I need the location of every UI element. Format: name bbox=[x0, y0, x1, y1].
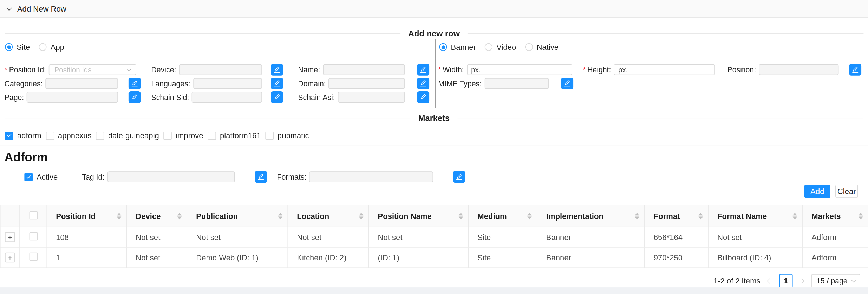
position-input[interactable] bbox=[759, 64, 838, 75]
radio-native[interactable]: Native bbox=[525, 42, 559, 51]
row-checkbox[interactable] bbox=[29, 253, 38, 261]
market-checkbox-adform[interactable]: adform bbox=[5, 131, 41, 140]
radio-icon bbox=[525, 43, 533, 51]
page-size-select[interactable]: 15 / page bbox=[811, 274, 860, 287]
prev-page-button[interactable] bbox=[765, 279, 774, 283]
next-page-button[interactable] bbox=[797, 279, 806, 283]
schain-sid-input[interactable] bbox=[192, 92, 262, 103]
device-input[interactable] bbox=[179, 64, 262, 75]
device-label: Device: bbox=[151, 66, 176, 74]
market-appnexus-label: appnexus bbox=[58, 131, 92, 140]
column-header-publication[interactable]: Publication bbox=[187, 205, 288, 227]
cell-device: Not set bbox=[126, 247, 187, 268]
name-input[interactable] bbox=[323, 64, 405, 75]
formats-input[interactable] bbox=[309, 171, 433, 182]
pagination: 1-2 of 2 items 1 15 / page bbox=[713, 274, 860, 287]
languages-edit-button[interactable] bbox=[271, 78, 283, 90]
market-checkbox-dale-guineapig[interactable]: dale-guineapig bbox=[96, 131, 159, 140]
market-checkbox-improve[interactable]: improve bbox=[163, 131, 203, 140]
expand-cell: + bbox=[0, 227, 20, 247]
edit-icon bbox=[131, 94, 138, 101]
chevron-down-icon bbox=[6, 5, 12, 11]
row-checkbox[interactable] bbox=[29, 232, 38, 241]
select-all-checkbox[interactable] bbox=[29, 211, 38, 219]
pagination-total: 1-2 of 2 items bbox=[713, 276, 761, 285]
column-header-format-name[interactable]: Format Name bbox=[708, 205, 802, 227]
sort-icon bbox=[459, 213, 463, 219]
checkbox-icon bbox=[96, 131, 104, 140]
column-header-location[interactable]: Location bbox=[288, 205, 368, 227]
field-page: Page: bbox=[5, 92, 118, 103]
domain-input[interactable] bbox=[329, 78, 405, 89]
divider-add-new-row: Add new row bbox=[5, 29, 864, 38]
edit-icon bbox=[420, 66, 426, 73]
page-size-value: 15 / page bbox=[816, 276, 848, 285]
tag-id-label: Tag Id: bbox=[82, 173, 104, 181]
position-edit-button[interactable] bbox=[849, 64, 861, 76]
radio-video[interactable]: Video bbox=[485, 42, 516, 51]
edit-icon bbox=[274, 80, 280, 87]
column-header-markets[interactable]: Markets bbox=[802, 205, 868, 227]
edit-icon bbox=[274, 94, 280, 101]
page-number-button[interactable]: 1 bbox=[779, 274, 792, 287]
radio-banner[interactable]: Banner bbox=[439, 42, 476, 51]
cell-markets: Adform bbox=[802, 227, 868, 247]
edit-icon bbox=[456, 174, 463, 180]
table-header-row: Position Id Device Publication Location … bbox=[0, 205, 868, 227]
tag-id-edit-button[interactable] bbox=[255, 171, 267, 183]
market-platform161-label: platform161 bbox=[220, 131, 261, 140]
column-header-implementation[interactable]: Implementation bbox=[537, 205, 645, 227]
row-select-cell bbox=[20, 227, 47, 247]
market-checkbox-pubmatic[interactable]: pubmatic bbox=[265, 131, 309, 140]
edit-icon bbox=[131, 80, 138, 87]
schain-asi-edit-button[interactable] bbox=[417, 91, 429, 103]
height-label: *Height: bbox=[583, 66, 611, 74]
page-edit-button[interactable] bbox=[129, 91, 141, 103]
column-header-device[interactable]: Device bbox=[126, 205, 187, 227]
height-input[interactable] bbox=[614, 64, 715, 75]
mime-types-edit-button[interactable] bbox=[561, 78, 573, 90]
column-header-medium[interactable]: Medium bbox=[468, 205, 537, 227]
market-checkbox-appnexus[interactable]: appnexus bbox=[46, 131, 91, 140]
field-height: *Height: bbox=[583, 64, 715, 75]
categories-edit-button[interactable] bbox=[129, 78, 141, 90]
schain-asi-input[interactable] bbox=[338, 92, 405, 103]
domain-edit-button[interactable] bbox=[417, 78, 429, 90]
clear-button[interactable]: Clear bbox=[835, 185, 858, 198]
mime-types-input[interactable] bbox=[484, 78, 549, 89]
field-languages: Languages: bbox=[151, 78, 262, 89]
sort-icon bbox=[359, 213, 364, 219]
page-input[interactable] bbox=[27, 92, 118, 103]
formats-edit-button[interactable] bbox=[453, 171, 465, 183]
market-checkbox-platform161[interactable]: platform161 bbox=[208, 131, 261, 140]
adform-active-checkbox[interactable]: Active bbox=[24, 172, 58, 181]
column-header-format[interactable]: Format bbox=[645, 205, 708, 227]
position-id-select[interactable]: Position Ids bbox=[49, 64, 136, 75]
required-marker: * bbox=[583, 66, 586, 74]
add-button[interactable]: Add bbox=[804, 185, 830, 198]
field-position-id: *Position Id: Position Ids bbox=[5, 64, 136, 75]
expand-row-button[interactable]: + bbox=[5, 232, 15, 242]
sort-icon bbox=[793, 213, 797, 219]
languages-input[interactable] bbox=[193, 78, 262, 89]
inventory-type-radio-group: Site App bbox=[5, 42, 73, 51]
positions-table: Position Id Device Publication Location … bbox=[0, 205, 868, 268]
edit-icon bbox=[420, 94, 426, 101]
expand-row-button[interactable]: + bbox=[5, 253, 15, 262]
tag-id-input[interactable] bbox=[107, 171, 235, 182]
cell-publication: Demo Web (ID: 1) bbox=[187, 247, 288, 268]
schain-sid-edit-button[interactable] bbox=[271, 91, 283, 103]
column-header-position-name[interactable]: Position Name bbox=[368, 205, 468, 227]
name-edit-button[interactable] bbox=[417, 64, 429, 76]
radio-app[interactable]: App bbox=[39, 42, 64, 51]
device-edit-button[interactable] bbox=[271, 64, 283, 76]
domain-label: Domain: bbox=[298, 79, 326, 88]
column-header-position-id[interactable]: Position Id bbox=[47, 205, 126, 227]
categories-input[interactable] bbox=[45, 78, 118, 89]
width-input[interactable] bbox=[467, 64, 572, 75]
position-id-label: *Position Id: bbox=[5, 66, 46, 74]
collapse-header-add-new-row[interactable]: Add New Row bbox=[0, 0, 868, 18]
table-row: + 108 Not set Not set Not set Not set Si… bbox=[0, 227, 868, 247]
radio-site[interactable]: Site bbox=[5, 42, 30, 51]
cell-medium: Site bbox=[468, 247, 537, 268]
